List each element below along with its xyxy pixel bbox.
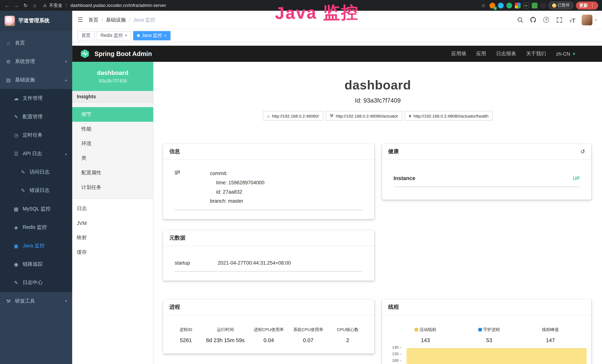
sba-item-metrics[interactable]: 性能 — [72, 122, 153, 136]
extension-icon-4[interactable] — [515, 2, 520, 8]
close-icon[interactable]: × — [125, 33, 127, 38]
collapse-menu-icon[interactable]: ☰ — [77, 16, 83, 23]
process-col-header: 运行时间 — [202, 327, 249, 332]
process-card: 进程 进程ID 5261 运行时间 6d 23h 15m 59s 进程CPU使用… — [163, 300, 374, 353]
extension-icon-5[interactable]: on — [523, 2, 529, 8]
instance-header[interactable]: dashboard 93a3fc7f7409 — [72, 62, 153, 91]
git-key: git — [175, 169, 210, 206]
url-text[interactable]: dashboard.yudao.iocoder.cn/infra/admin-s… — [70, 3, 166, 8]
sidebar-item-error-logs[interactable]: ✎ 错误日志 — [0, 181, 72, 200]
extension-icon-7[interactable] — [540, 2, 546, 8]
sidebar-item-system-management[interactable]: ⚙ 系统管理 ▾ — [0, 52, 72, 71]
sba-nav-applications[interactable]: 应用 — [476, 50, 486, 57]
wrench-icon: ⚒ — [330, 113, 333, 118]
extension-icon-1[interactable]: 1 — [489, 2, 495, 8]
close-icon[interactable]: × — [164, 33, 166, 38]
sba-nav-journal[interactable]: 日志报表 — [496, 50, 516, 57]
sidebar-item-label: 链路追踪 — [23, 261, 43, 268]
sidebar-item-scheduled-tasks[interactable]: ◷ 定时任务 — [0, 126, 72, 144]
health-url-button[interactable]: ♥ http://192.168.0.2:48080/actuator/heal… — [405, 111, 493, 120]
sidebar-item-label: MySQL 监控 — [23, 205, 50, 212]
user-menu[interactable]: ▾ — [582, 14, 597, 25]
chevron-down-icon: ▾ — [65, 60, 67, 64]
threads-card-title: 线程 — [382, 300, 591, 315]
tab-home[interactable]: 首页 — [77, 31, 94, 40]
sba-nav-about[interactable]: 关于我们 — [526, 50, 546, 57]
sba-item-caches[interactable]: 缓存 — [72, 245, 153, 260]
security-label[interactable]: 不安全 — [49, 2, 62, 8]
help-icon[interactable]: ? — [543, 16, 550, 23]
database-icon: ▦ — [13, 206, 19, 212]
sba-nav-wallboard[interactable]: 应用墙 — [451, 50, 466, 57]
service-url: http://192.168.0.2:48080/ — [272, 114, 319, 118]
forward-icon[interactable]: → — [13, 2, 20, 8]
github-icon[interactable] — [530, 16, 537, 23]
legend-value: 53 — [478, 337, 500, 343]
sba-item-classes[interactable]: 类 — [72, 151, 153, 166]
browser-actions: ☆ 1 on 已暂停 更新 ⋮ — [480, 1, 598, 9]
sidebar-item-label: API 日志 — [23, 150, 42, 157]
back-icon[interactable]: ← — [4, 2, 10, 8]
bookmark-star-icon[interactable]: ☆ — [480, 2, 487, 8]
threads-legend: 活动线程 143 守护进程 53 线程峰值 147 — [382, 315, 591, 343]
sidebar-item-mysql-monitor[interactable]: ▦ MySQL 监控 — [0, 200, 72, 218]
tab-java-monitor[interactable]: Java 监控 × — [133, 31, 170, 40]
emoji-icon — [552, 3, 556, 8]
sba-item-jvm[interactable]: JVM — [72, 216, 153, 230]
threads-card: 线程 活动线程 143 守护进程 53 — [382, 300, 591, 364]
sidebar-item-access-logs[interactable]: ✎ 访问日志 — [0, 163, 72, 181]
sidebar-item-file-management[interactable]: ☁ 文件管理 — [0, 89, 72, 107]
sba-item-details[interactable]: 细节 — [72, 107, 153, 122]
actuator-url-button[interactable]: ⚒ http://192.168.0.2:48080/actuator — [325, 111, 402, 120]
tab-redis-monitor[interactable]: Redis 监控 × — [97, 31, 131, 40]
admin-sidebar: 芋道管理系统 ⌂ 首页 ⚙ 系统管理 ▾ ▤ 基础设施 ▴ ☁ 文件管理 — [0, 11, 72, 364]
process-col-value: 2 — [328, 337, 367, 343]
legend-peak-threads: 线程峰值 147 — [542, 327, 559, 343]
git-id-line: id: 27aa832 — [210, 187, 265, 197]
extension-icon-3[interactable] — [506, 2, 512, 8]
sidebar-item-log-center[interactable]: ✎ 日志中心 — [0, 273, 72, 292]
sidebar-item-dev-tools[interactable]: ⚒ 研发工具 ▾ — [0, 292, 72, 310]
browser-menu-icon[interactable]: ⋮ — [590, 3, 595, 8]
sba-item-logs[interactable]: 日志 — [72, 201, 153, 216]
font-size-icon[interactable]: TT — [569, 16, 576, 23]
language-value: zh-CN — [556, 51, 570, 57]
chrome-update-button[interactable]: 更新 ⋮ — [576, 1, 598, 9]
app-logo[interactable]: 芋道管理系统 — [0, 11, 72, 31]
metadata-card-title: 元数据 — [163, 230, 374, 246]
extension-icon-6[interactable] — [532, 2, 537, 8]
sidebar-item-java-monitor[interactable]: ▣ Java 监控 — [0, 237, 72, 255]
git-row: git commit: time: 1596289704000 id: 27aa… — [175, 169, 363, 210]
sidebar-item-infrastructure[interactable]: ▤ 基础设施 ▴ — [0, 71, 72, 89]
address-bar[interactable]: ⚠ 不安全 dashboard.yudao.iocoder.cn/infra/a… — [43, 2, 166, 8]
tab-label: 首页 — [81, 32, 91, 39]
sidebar-item-config-management[interactable]: ✎ 配置管理 — [0, 107, 72, 126]
sba-item-scheduled-tasks[interactable]: 计划任务 — [72, 180, 153, 195]
health-status-badge: UP — [573, 175, 580, 181]
sba-header: Spring Boot Admin 应用墙 应用 日志报表 关于我们 zh-CN… — [72, 46, 602, 62]
sidebar-item-trace[interactable]: ◉ 链路追踪 — [0, 255, 72, 273]
sba-item-environment[interactable]: 环境 — [72, 136, 153, 151]
reload-icon[interactable]: ↻ — [22, 2, 29, 8]
browser-home-icon[interactable]: ⌂ — [32, 2, 38, 8]
language-select[interactable]: zh-CN ▼ — [556, 51, 576, 57]
sba-item-mappings[interactable]: 映射 — [72, 230, 153, 245]
fullscreen-icon[interactable] — [556, 16, 563, 23]
infrastructure-icon: ▤ — [5, 77, 11, 83]
sidebar-item-label: 系统管理 — [15, 58, 35, 65]
sba-item-config-props[interactable]: 配置属性 — [72, 166, 153, 180]
y-axis-tick: 140 — [388, 346, 401, 350]
breadcrumb-home[interactable]: 首页 — [88, 16, 98, 23]
caret-down-icon: ▾ — [595, 18, 597, 22]
profile-paused-badge[interactable]: 已暂停 — [548, 1, 573, 9]
extension-icon-2[interactable] — [498, 2, 504, 8]
search-icon[interactable] — [516, 16, 524, 23]
avatar[interactable] — [582, 14, 592, 25]
metadata-card: 元数据 startup 2021-04-27T00:44:31.254+08:0… — [163, 230, 374, 280]
service-url-button[interactable]: ⌂ http://192.168.0.2:48080/ — [263, 111, 323, 120]
sidebar-item-api-logs[interactable]: ☰ API 日志 ▴ — [0, 144, 72, 163]
history-icon[interactable]: ↺ — [580, 148, 585, 155]
sidebar-item-home[interactable]: ⌂ 首页 — [0, 34, 72, 52]
sidebar-item-redis-monitor[interactable]: ◈ Redis 监控 — [0, 218, 72, 236]
breadcrumb-infrastructure[interactable]: 基础设施 — [106, 16, 126, 23]
